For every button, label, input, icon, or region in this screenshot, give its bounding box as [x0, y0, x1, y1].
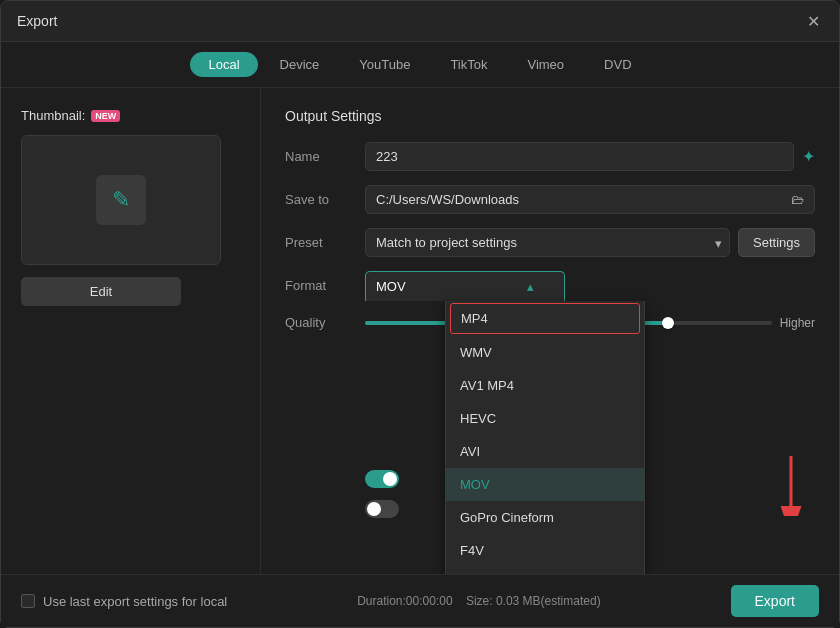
format-chevron: ▴ [527, 279, 534, 294]
checkbox[interactable] [21, 594, 35, 608]
preset-label: Preset [285, 235, 365, 250]
ai-icon[interactable]: ✦ [802, 147, 815, 166]
quality-higher: Higher [780, 316, 815, 330]
format-select-container: MOV ▴ MP4 WMV AV1 MP4 HEVC AVI MOV GoPro… [365, 271, 565, 301]
use-last-checkbox[interactable]: Use last export settings for local [21, 594, 227, 609]
toggle-knob-2 [367, 502, 381, 516]
edit-button[interactable]: Edit [21, 277, 181, 306]
duration-text: Duration:00:00:00 [357, 594, 452, 608]
thumbnail-text: Thumbnail: [21, 108, 85, 123]
tab-tiktok[interactable]: TikTok [432, 52, 505, 77]
window-title: Export [17, 13, 57, 29]
tab-bar: Local Device YouTube TikTok Vimeo DVD [1, 42, 839, 88]
quality-label: Quality [285, 315, 365, 330]
output-settings-title: Output Settings [285, 108, 815, 124]
format-option-gopro[interactable]: GoPro Cineform [446, 501, 644, 534]
bottom-bar: Use last export settings for local Durat… [1, 574, 839, 627]
export-button[interactable]: Export [731, 585, 819, 617]
settings-button[interactable]: Settings [738, 228, 815, 257]
right-panel: Output Settings Name ✦ Save to C:/Users/… [261, 88, 839, 574]
tab-local[interactable]: Local [190, 52, 257, 77]
slider-thumb [662, 317, 674, 329]
preset-select[interactable]: Match to project settings [365, 228, 730, 257]
save-to-path[interactable]: C:/Users/WS/Downloads 🗁 [365, 185, 815, 214]
title-bar: Export ✕ [1, 1, 839, 42]
toggle-1[interactable] [365, 470, 399, 488]
thumbnail-box: ✎ [21, 135, 221, 265]
thumbnail-label: Thumbnail: NEW [21, 108, 240, 123]
use-last-label: Use last export settings for local [43, 594, 227, 609]
export-window: Export ✕ Local Device YouTube TikTok Vim… [0, 0, 840, 628]
preset-row: Preset Match to project settings ▾ Setti… [285, 228, 815, 257]
name-input[interactable] [365, 142, 794, 171]
thumbnail-icon: ✎ [96, 175, 146, 225]
folder-icon[interactable]: 🗁 [791, 192, 804, 207]
save-to-row: Save to C:/Users/WS/Downloads 🗁 [285, 185, 815, 214]
toggle-knob-1 [383, 472, 397, 486]
save-to-label: Save to [285, 192, 365, 207]
preset-select-wrapper: Match to project settings ▾ [365, 228, 730, 257]
format-option-avi[interactable]: AVI [446, 435, 644, 468]
format-value: MOV [376, 279, 406, 294]
format-option-mp4[interactable]: MP4 [450, 303, 640, 334]
format-option-av1mp4[interactable]: AV1 MP4 [446, 369, 644, 402]
format-dropdown-list: MP4 WMV AV1 MP4 HEVC AVI MOV GoPro Cinef… [445, 301, 645, 574]
format-option-mov[interactable]: MOV [446, 468, 644, 501]
bottom-info: Duration:00:00:00 Size: 0.03 MB(estimate… [357, 594, 600, 608]
tab-youtube[interactable]: YouTube [341, 52, 428, 77]
content-area: Thumbnail: NEW ✎ Edit Output Settings Na… [1, 88, 839, 574]
tab-vimeo[interactable]: Vimeo [509, 52, 582, 77]
format-option-wmv[interactable]: WMV [446, 336, 644, 369]
arrow-indicator [771, 456, 811, 519]
toggle-2[interactable] [365, 500, 399, 518]
edit-icon: ✎ [112, 187, 130, 213]
format-row: Format MOV ▴ MP4 WMV AV1 MP4 HEVC AVI MO… [285, 271, 815, 301]
format-select-display[interactable]: MOV ▴ [365, 271, 565, 301]
close-button[interactable]: ✕ [803, 11, 823, 31]
tab-device[interactable]: Device [262, 52, 338, 77]
name-row: Name ✦ [285, 142, 815, 171]
new-badge: NEW [91, 110, 120, 122]
format-option-mkv[interactable]: MKV [446, 567, 644, 574]
format-label: Format [285, 271, 365, 293]
name-label: Name [285, 149, 365, 164]
save-to-value: C:/Users/WS/Downloads [376, 192, 519, 207]
left-panel: Thumbnail: NEW ✎ Edit [1, 88, 261, 574]
size-text: Size: 0.03 MB(estimated) [466, 594, 601, 608]
format-option-hevc[interactable]: HEVC [446, 402, 644, 435]
tab-dvd[interactable]: DVD [586, 52, 649, 77]
format-option-f4v[interactable]: F4V [446, 534, 644, 567]
